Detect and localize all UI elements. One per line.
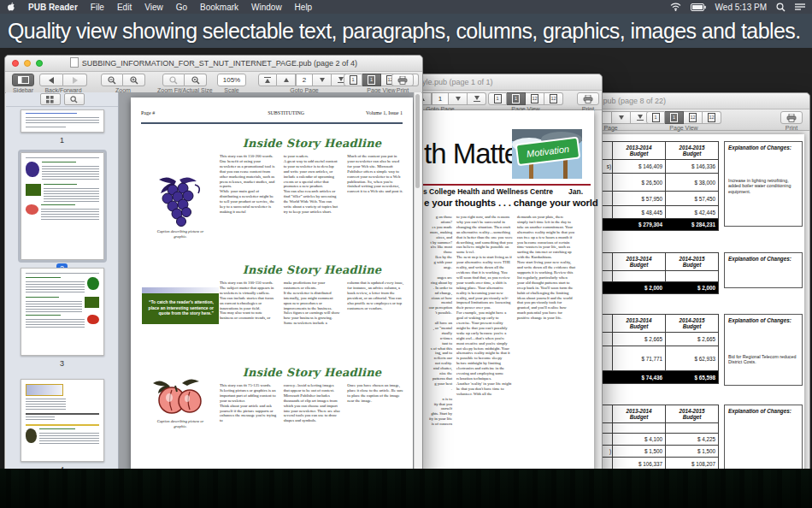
printer-icon [583, 95, 593, 103]
wallpaper-forest [0, 469, 812, 508]
forward-arrow-icon [73, 77, 78, 84]
header-rule [141, 122, 403, 124]
pull-quote-box: “To catch the reader's attention, place … [142, 287, 219, 324]
story-2: “To catch the reader's attention, place … [141, 263, 404, 326]
image-caption: Caption describing picture or graphic. [150, 419, 210, 429]
goto-first-page-button[interactable] [258, 74, 277, 86]
article-headline: e your thoughts . . . change your world [424, 198, 598, 208]
menu-bookmark[interactable]: Bookmark [200, 3, 238, 12]
single-page-view-button[interactable]: 1 [488, 92, 507, 105]
story-column: This story can fit 100-150 words. The su… [220, 281, 277, 326]
next-page-button[interactable] [449, 92, 468, 105]
single-page-continuous-button[interactable]: 1 [665, 111, 684, 124]
actual-size-button[interactable] [185, 74, 207, 86]
print-button[interactable] [577, 92, 599, 105]
greenbox-mini [85, 297, 99, 308]
two-page-continuous-button[interactable]: 12 [544, 92, 563, 105]
thumbnail-item-3[interactable]: 3 [6, 268, 118, 368]
front-window-toolbar: Sidebar Back/Forward Zoom [5, 72, 422, 93]
print-label: Print [786, 125, 797, 131]
thumbnail-item-4[interactable]: 4 [6, 379, 118, 474]
article-column-3: demands on your plate, there simply isn'… [517, 215, 575, 321]
spotlight-menu[interactable] [776, 3, 786, 12]
pull-quote-text: “To catch the reader's attention, place … [142, 293, 219, 324]
notification-center-menu[interactable] [795, 3, 805, 11]
zoom-fit-button[interactable] [162, 74, 185, 86]
zoom-fit-icon [169, 76, 178, 85]
story-column: This story can fit 150-200 words. One be… [220, 154, 277, 215]
two-page-view-button[interactable]: 12 [684, 111, 703, 124]
header-right: Volume 1, Issue 1 [366, 110, 403, 115]
menu-go[interactable]: Go [176, 3, 187, 12]
apple-menu[interactable] [7, 2, 15, 12]
single-page-view-button[interactable]: 1 [646, 111, 665, 124]
single-page-view-button[interactable]: 1 [344, 74, 362, 86]
thumbnail-item-2[interactable]: 2 [6, 152, 118, 274]
battery-menu[interactable] [691, 3, 706, 11]
story-1: Caption describing picture or graphic. I… [141, 137, 404, 239]
zoom-out-button[interactable] [101, 74, 123, 86]
menu-window[interactable]: Window [251, 3, 282, 12]
page-number-field[interactable]: 1 [432, 92, 449, 105]
thumbnail-label-3: 3 [60, 359, 64, 368]
header-center: SUBSTITUTING [268, 110, 304, 115]
zoom-in-button[interactable] [123, 74, 145, 86]
battery-icon [691, 3, 706, 11]
story-column: Much of the content you put in your news… [347, 154, 404, 215]
goto-last-page-button[interactable] [468, 92, 486, 105]
actual-size-icon [191, 76, 200, 85]
printer-icon [786, 114, 797, 122]
single-page-continuous-button[interactable]: 1 [507, 92, 526, 105]
app-menu[interactable]: PUB Reader [28, 3, 78, 12]
search-button[interactable] [64, 93, 85, 105]
wifi-icon [670, 3, 681, 11]
masthead-mini [26, 384, 63, 396]
print-button[interactable] [780, 111, 803, 124]
peach-mini [26, 204, 38, 215]
newsletter-page: Page # SUBSTITUTING Volume 1, Issue 1 [131, 97, 413, 471]
thumbnail-view-button[interactable] [40, 93, 61, 105]
close-button[interactable] [12, 60, 19, 67]
menu-help[interactable]: Help [295, 3, 313, 12]
sidebar-toggle-button[interactable] [12, 74, 34, 86]
newsletter-subtitle: 's College Health and Wellness Centre [421, 187, 553, 196]
thumbnail-label-1: 1 [60, 136, 64, 145]
document-icon [70, 57, 79, 68]
window-newsletter[interactable]: SUBBING_INFORMATION_FOR_ST_NUT_INTERNET_… [4, 55, 423, 478]
caption-text: Quality view showing selectable text, pa… [8, 19, 800, 44]
broccoli-mini [87, 277, 99, 290]
scrollbar-thumb[interactable] [415, 94, 420, 188]
back-button[interactable] [39, 74, 63, 86]
zoom-in-icon [130, 76, 138, 85]
zoom-out-icon [108, 76, 116, 85]
scale-field[interactable]: 105% [217, 74, 246, 86]
single-page-continuous-button[interactable]: 1 [362, 74, 381, 86]
menu-file[interactable]: File [91, 3, 104, 12]
wifi-menu[interactable] [670, 3, 681, 11]
document-scrollbar[interactable] [414, 92, 421, 476]
minimize-button[interactable] [24, 60, 31, 67]
apple-icon [7, 2, 15, 12]
notification-list-icon [795, 3, 805, 11]
forward-button[interactable] [63, 74, 87, 86]
two-page-continuous-button[interactable]: 12 [703, 111, 721, 124]
print-button[interactable] [391, 74, 414, 86]
tomato-mini [87, 315, 99, 324]
zoom-window-button[interactable] [36, 60, 43, 67]
sidebar-icon [18, 76, 29, 84]
thumbnail-sidebar: 1 2 [6, 92, 119, 476]
clock-menu[interactable]: Wed 5:13 PM [715, 3, 767, 12]
document-view[interactable]: Page # SUBSTITUTING Volume 1, Issue 1 [119, 92, 421, 476]
previous-page-button[interactable] [277, 74, 296, 86]
newsletter-date: Jan. [568, 187, 583, 196]
front-window-titlebar[interactable]: SUBBING_INFORMATION_FOR_ST_NUT_INTERNET_… [5, 56, 422, 72]
story-column: This story can fit 75-125 words. Selecti… [220, 383, 277, 423]
thumbnail-item-1[interactable]: 1 [6, 109, 118, 145]
next-page-button[interactable] [612, 111, 631, 124]
page-view-label: Page View [669, 125, 697, 131]
two-page-view-button[interactable]: 12 [526, 92, 544, 105]
menu-view[interactable]: View [144, 3, 163, 12]
caption-banner: Quality view showing selectable text, pa… [0, 14, 812, 48]
menu-edit[interactable]: Edit [117, 3, 132, 12]
story-headline: Inside Story Headline [220, 263, 404, 276]
